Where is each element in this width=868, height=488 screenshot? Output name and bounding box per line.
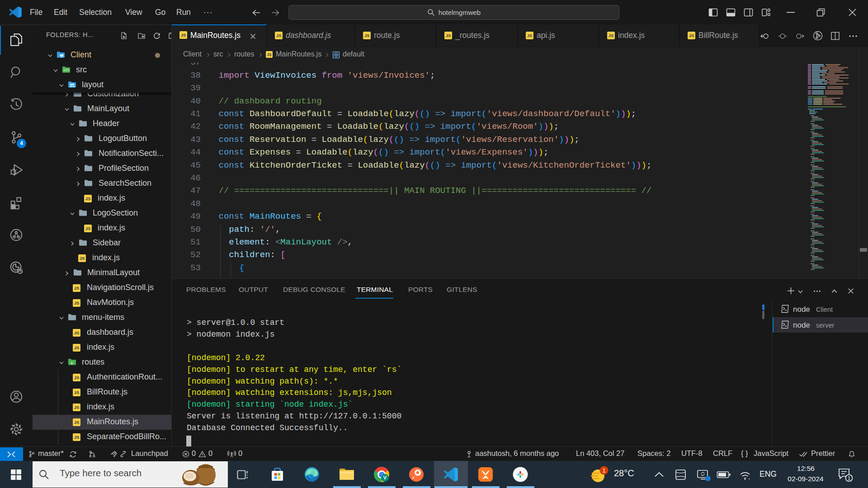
svg-text:1: 1 — [602, 467, 605, 474]
svg-text:1: 1 — [848, 475, 851, 482]
svg-text:</>: </> — [63, 68, 69, 72]
